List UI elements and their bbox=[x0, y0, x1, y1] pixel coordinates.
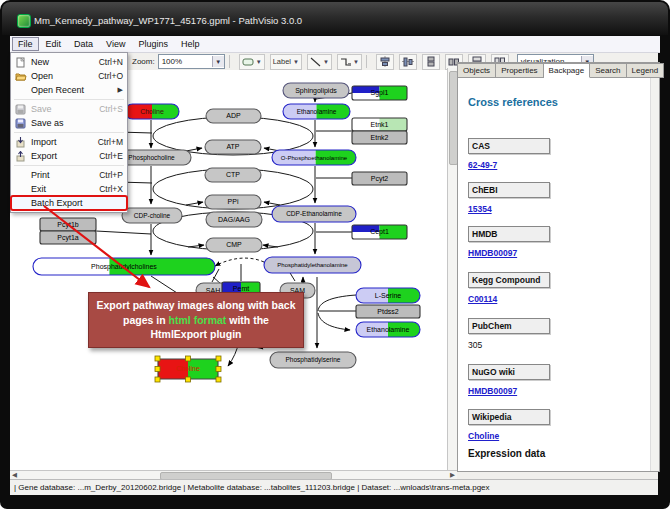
menu-item-label: Open bbox=[31, 71, 53, 81]
xref-link[interactable]: HMDB00097 bbox=[468, 248, 618, 258]
xref-section-wikipedia: WikipediaCholine bbox=[468, 409, 618, 441]
file-menu-item-open-recent[interactable]: Open Recent▶ bbox=[11, 83, 127, 97]
save-disk-icon bbox=[15, 104, 28, 115]
menu-view[interactable]: View bbox=[100, 37, 131, 51]
datanode-icon bbox=[242, 57, 254, 67]
menu-item-label: Print bbox=[31, 170, 50, 180]
datanode-tool-button[interactable]: ▼ bbox=[239, 54, 265, 70]
elbow-connector-icon bbox=[340, 57, 351, 67]
side-panel: ObjectsPropertiesBackpageSearchLegend Cr… bbox=[457, 62, 660, 472]
chevron-down-icon[interactable]: ▼ bbox=[353, 59, 359, 65]
xref-source-name: CAS bbox=[468, 138, 550, 154]
xref-source-name: HMDB bbox=[468, 226, 550, 242]
file-menu-item-new[interactable]: NewCtrl+N bbox=[11, 55, 127, 69]
menu-item-shortcut: Ctrl+S bbox=[99, 104, 123, 114]
chevron-down-icon[interactable]: ▼ bbox=[323, 59, 329, 65]
export-icon bbox=[15, 151, 28, 162]
side-panel-tabs: ObjectsPropertiesBackpageSearchLegend bbox=[458, 63, 659, 78]
file-menu-dropdown: NewCtrl+NOpenCtrl+OOpen Recent▶SaveCtrl+… bbox=[10, 52, 128, 213]
app-window: Mm_Kennedy_pathway_WP1771_45176.gpml - P… bbox=[0, 0, 670, 509]
menu-item-label: Open Recent bbox=[31, 85, 84, 95]
xref-source-name: Wikipedia bbox=[468, 409, 550, 425]
xref-value: 305 bbox=[468, 340, 618, 350]
xref-link[interactable]: C00114 bbox=[468, 294, 618, 304]
zoom-label: Zoom: bbox=[132, 57, 155, 66]
xref-link[interactable]: 62-49-7 bbox=[468, 160, 618, 170]
app-icon bbox=[17, 14, 31, 28]
align-middle-button[interactable] bbox=[399, 54, 417, 70]
align-middle-icon bbox=[402, 56, 414, 67]
menu-item-shortcut: Ctrl+E bbox=[99, 151, 123, 161]
xref-source-name: ChEBI bbox=[468, 182, 550, 198]
callout-line3: HtmlExport plugin bbox=[89, 327, 303, 342]
line-icon bbox=[310, 57, 321, 67]
backpage-content: Cross references CAS62-49-7ChEBI15354HMD… bbox=[458, 78, 651, 471]
file-menu-item-import[interactable]: ImportCtrl+M bbox=[11, 135, 127, 149]
chevron-down-icon[interactable]: ▼ bbox=[293, 59, 299, 65]
file-menu-item-print[interactable]: PrintCtrl+P bbox=[11, 168, 127, 182]
scroll-right-arrow[interactable]: ▶ bbox=[450, 471, 455, 479]
xref-source-name: PubChem bbox=[468, 318, 550, 334]
stack-vertical-button[interactable] bbox=[422, 54, 440, 70]
xref-section-hmdb: HMDBHMDB00097 bbox=[468, 226, 618, 258]
zoom-combobox[interactable]: 100% ▼ bbox=[158, 54, 225, 69]
menu-item-label: Save as bbox=[31, 118, 64, 128]
file-menu-item-export[interactable]: ExportCtrl+E bbox=[11, 149, 127, 163]
tab-properties[interactable]: Properties bbox=[496, 63, 543, 78]
status-text: | Gene database: ...m_Derby_20120602.bri… bbox=[14, 483, 490, 492]
menu-item-label: Export bbox=[31, 151, 57, 161]
chevron-down-icon[interactable]: ▼ bbox=[212, 56, 224, 67]
cross-references-heading: Cross references bbox=[468, 96, 558, 108]
align-center-icon bbox=[379, 56, 391, 67]
open-folder-icon bbox=[15, 71, 28, 82]
chevron-down-icon[interactable]: ▼ bbox=[256, 59, 262, 65]
tab-objects[interactable]: Objects bbox=[458, 63, 496, 78]
menu-item-label: Save bbox=[31, 104, 52, 114]
menu-help[interactable]: Help bbox=[175, 37, 206, 51]
zoom-value: 100% bbox=[162, 57, 182, 66]
title-bar[interactable]: Mm_Kennedy_pathway_WP1771_45176.gpml - P… bbox=[2, 2, 668, 35]
annotation-callout: Export pathway images along with back pa… bbox=[88, 292, 304, 348]
elbow-connector-button[interactable]: ▼ bbox=[337, 54, 362, 70]
menu-item-label: Exit bbox=[31, 184, 46, 194]
xref-section-kegg-compound: Kegg CompoundC00114 bbox=[468, 272, 618, 304]
menu-item-label: New bbox=[31, 57, 49, 67]
file-menu-item-batch-export[interactable]: Batch Export bbox=[11, 196, 127, 210]
menu-item-shortcut: Ctrl+M bbox=[98, 137, 123, 147]
line-tool-button[interactable]: ▼ bbox=[307, 54, 332, 70]
tab-legend[interactable]: Legend bbox=[627, 63, 665, 78]
xref-section-nugo-wiki: NuGO wikiHMDB00097 bbox=[468, 364, 618, 396]
menu-edit[interactable]: Edit bbox=[40, 37, 68, 51]
align-center-button[interactable] bbox=[376, 54, 394, 70]
callout-line2: pages in html format with the bbox=[89, 313, 303, 328]
import-icon bbox=[15, 137, 28, 148]
menu-item-label: Import bbox=[31, 137, 57, 147]
submenu-arrow-icon: ▶ bbox=[118, 86, 123, 94]
xref-section-cas: CAS62-49-7 bbox=[468, 138, 618, 170]
menu-bar: FileEditDataViewPluginsHelp bbox=[10, 36, 660, 53]
label-tool-button[interactable]: Label ▼ bbox=[270, 54, 302, 70]
tab-backpage[interactable]: Backpage bbox=[544, 63, 591, 78]
side-panel-scrollbar[interactable] bbox=[650, 78, 659, 471]
file-menu-item-open[interactable]: OpenCtrl+O bbox=[11, 69, 127, 83]
file-menu-item-exit[interactable]: ExitCtrl+X bbox=[11, 182, 127, 196]
xref-link[interactable]: 15354 bbox=[468, 204, 618, 214]
file-menu-item-save: SaveCtrl+S bbox=[11, 102, 127, 116]
xref-link[interactable]: HMDB00097 bbox=[468, 386, 618, 396]
menu-plugins[interactable]: Plugins bbox=[132, 37, 174, 51]
menu-item-shortcut: Ctrl+O bbox=[98, 71, 123, 81]
scroll-left-arrow[interactable]: ◀ bbox=[12, 471, 17, 479]
new-file-icon bbox=[15, 57, 28, 68]
xref-section-chebi: ChEBI15354 bbox=[468, 182, 618, 214]
file-menu-item-save-as[interactable]: Save as bbox=[11, 116, 127, 130]
tab-search[interactable]: Search bbox=[590, 63, 626, 78]
menu-item-shortcut: Ctrl+N bbox=[99, 57, 123, 67]
menu-data[interactable]: Data bbox=[68, 37, 99, 51]
callout-highlight: html format bbox=[169, 314, 227, 326]
menu-item-shortcut: Ctrl+P bbox=[99, 170, 123, 180]
save-as-disk-icon bbox=[15, 118, 28, 129]
xref-section-pubchem: PubChem305 bbox=[468, 318, 618, 350]
menu-file[interactable]: File bbox=[12, 37, 39, 51]
xref-link[interactable]: Choline bbox=[468, 431, 618, 441]
status-bar: | Gene database: ...m_Derby_20120602.bri… bbox=[10, 479, 658, 495]
